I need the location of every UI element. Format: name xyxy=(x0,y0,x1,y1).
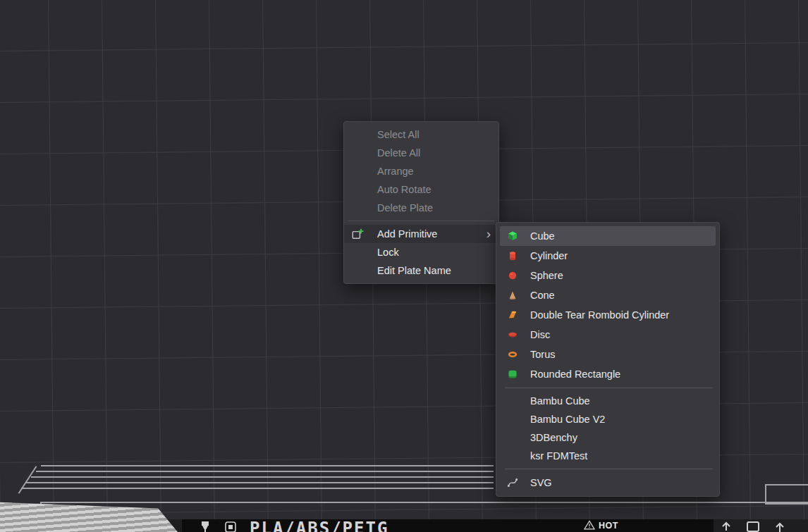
cylinder-icon xyxy=(507,250,518,261)
submenu-item-cylinder[interactable]: Cylinder xyxy=(496,246,719,266)
menu-item-label: Edit Plate Name xyxy=(377,265,498,276)
rounded-rectangle-icon xyxy=(507,369,518,380)
submenu-item-rounded-rectangle[interactable]: Rounded Rectangle xyxy=(496,364,719,384)
context-menu-item-delete-plate: Delete Plate xyxy=(344,199,498,217)
submenu-item-double-tear-romboid-cylinder[interactable]: Double Tear Romboid Cylinder xyxy=(496,305,719,325)
filament-types-label: PLA/ABS/PETG xyxy=(250,519,388,532)
cube-icon xyxy=(507,230,518,242)
submenu-item-svg[interactable]: SVG xyxy=(496,473,719,493)
hot-label: HOT xyxy=(599,521,618,531)
bed-temp-warning: HOT xyxy=(584,520,618,531)
plate-corner-marker xyxy=(765,484,808,505)
menu-item-label: SVG xyxy=(530,477,719,488)
submenu-group-1: CubeCylinderSphereConeDouble Tear Romboi… xyxy=(496,226,719,384)
slicer-window: PLA/ABS/PETG HOT Select AllDelete AllArr… xyxy=(0,0,808,532)
menu-separator xyxy=(348,221,494,221)
chevron-right-icon: › xyxy=(486,227,491,240)
context-menu-item-edit-plate-name[interactable]: Edit Plate Name xyxy=(344,261,498,280)
svg-curve-icon xyxy=(507,477,518,488)
submenu-item-3dbenchy[interactable]: 3DBenchy xyxy=(496,428,719,447)
plate-front-line xyxy=(40,502,808,503)
menu-item-label: Arrange xyxy=(377,166,498,177)
submenu-item-torus[interactable]: Torus xyxy=(496,345,719,364)
torus-icon xyxy=(507,349,518,360)
plate-icon xyxy=(224,521,237,532)
submenu-item-disc[interactable]: Disc xyxy=(496,325,719,345)
context-menu-item-arrange: Arrange xyxy=(344,162,498,180)
menu-item-label: ksr FDMTest xyxy=(530,450,719,462)
context-menu-item-auto-rotate: Auto Rotate xyxy=(344,180,498,199)
cone-icon xyxy=(507,290,518,301)
upload-icon[interactable] xyxy=(719,520,733,532)
menu-item-label: Bambu Cube V2 xyxy=(530,414,719,425)
menu-item-label: Select All xyxy=(377,129,498,140)
menu-item-label: Rounded Rectangle xyxy=(530,369,719,380)
submenu-item-bambu-cube-v2[interactable]: Bambu Cube V2 xyxy=(496,410,719,428)
submenu-group-3: SVG xyxy=(496,473,719,493)
menu-item-label: Disc xyxy=(530,329,719,340)
sphere-icon xyxy=(507,270,518,281)
submenu-group-2: Bambu CubeBambu Cube V23DBenchyksr FDMTe… xyxy=(496,392,719,465)
nozzle-icon xyxy=(199,521,212,532)
add-primitive-icon xyxy=(351,228,364,240)
submenu-item-bambu-cube[interactable]: Bambu Cube xyxy=(496,392,719,410)
menu-item-label: Cone xyxy=(530,290,719,301)
menu-item-label: Add Primitive xyxy=(377,228,498,240)
menu-item-label: Delete All xyxy=(377,147,498,159)
plate-context-menu: Select AllDelete AllArrangeAuto RotateDe… xyxy=(343,121,499,284)
romboid-icon xyxy=(507,309,518,321)
context-menu-item-delete-all: Delete All xyxy=(344,144,498,162)
menu-item-label: Auto Rotate xyxy=(377,184,498,195)
arrow-up-icon[interactable] xyxy=(773,520,787,532)
menu-item-label: Bambu Cube xyxy=(530,395,719,407)
menu-item-label: Torus xyxy=(530,349,719,360)
plate-edge-diagonal xyxy=(18,466,37,494)
plate-name-bar[interactable]: PLA/ABS/PETG HOT xyxy=(182,519,714,532)
submenu-item-cone[interactable]: Cone xyxy=(496,285,719,305)
bottom-right-toolbar xyxy=(719,520,787,532)
context-menu-item-add-primitive[interactable]: Add Primitive› xyxy=(344,225,498,243)
menu-separator xyxy=(505,469,713,469)
warning-triangle-icon xyxy=(584,520,595,531)
menu-item-label: Cube xyxy=(530,230,716,242)
add-primitive-submenu: CubeCylinderSphereConeDouble Tear Romboi… xyxy=(496,222,720,497)
context-menu-item-select-all: Select All xyxy=(344,125,498,144)
menu-item-label: Sphere xyxy=(530,270,719,281)
menu-item-label: Cylinder xyxy=(530,250,719,261)
menu-item-label: 3DBenchy xyxy=(530,432,719,443)
menu-separator xyxy=(505,388,713,388)
plate-select-icon[interactable] xyxy=(746,520,760,532)
menu-item-label: Lock xyxy=(377,247,498,258)
submenu-item-cube[interactable]: Cube xyxy=(500,226,716,246)
submenu-item-ksr-fdmtest[interactable]: ksr FDMTest xyxy=(496,447,719,465)
submenu-item-sphere[interactable]: Sphere xyxy=(496,266,719,285)
disc-icon xyxy=(507,329,518,340)
menu-item-label: Delete Plate xyxy=(377,202,498,214)
menu-item-label: Double Tear Romboid Cylinder xyxy=(530,309,719,321)
context-menu-item-lock[interactable]: Lock xyxy=(344,243,498,261)
